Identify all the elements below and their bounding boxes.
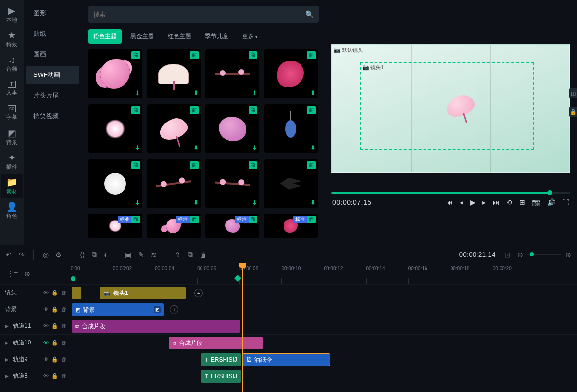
play-icon[interactable]: ▶ — [470, 198, 476, 206]
asset-thumb[interactable]: 商⬇ — [147, 49, 201, 98]
zoom-slider[interactable] — [527, 254, 561, 255]
search-box[interactable]: 🔍 — [88, 6, 319, 23]
visible-icon[interactable]: 👁 — [43, 306, 49, 313]
prev-frame-icon[interactable]: ◂ — [460, 198, 463, 206]
clip-camera-1[interactable]: 📷镜头1 — [100, 287, 186, 299]
download-icon[interactable]: ⬇ — [252, 199, 257, 206]
asset-thumb[interactable]: 商⬇ — [88, 104, 142, 153]
chevron-right-icon[interactable]: ▶ — [5, 323, 9, 329]
clip-compound[interactable]: ⧉合成片段 — [169, 337, 263, 349]
trash-icon[interactable]: 🗑 — [61, 290, 67, 296]
add-clip-button[interactable]: + — [170, 305, 178, 314]
split-icon[interactable]: ⫞ — [103, 251, 107, 259]
download-icon[interactable]: ⬇ — [252, 89, 257, 97]
loop-icon[interactable]: ⟲ — [506, 198, 512, 206]
start-marker[interactable] — [71, 276, 75, 281]
download-icon[interactable]: ⬇ — [135, 144, 140, 151]
search-input[interactable] — [93, 11, 314, 18]
category-intro[interactable]: 片头片尾 — [26, 86, 79, 105]
lock-icon[interactable]: 🔒 — [51, 373, 58, 379]
lock-icon[interactable]: 🔒 — [51, 290, 58, 296]
iconbar-subtitle[interactable]: cc字幕 — [1, 101, 23, 124]
timeline-menu-icon[interactable]: ⋮≡ — [7, 270, 18, 278]
crop-icon[interactable]: ⧉ — [92, 250, 97, 259]
download-icon[interactable]: ⬇ — [193, 199, 199, 206]
download-icon[interactable]: ⬇ — [135, 89, 140, 97]
fit-icon[interactable]: ⊡ — [504, 251, 510, 259]
skip-start-icon[interactable]: ⏮ — [446, 198, 453, 206]
iconbar-plugin[interactable]: ✦插件 — [1, 150, 23, 173]
preview-progress[interactable] — [331, 192, 570, 194]
iconbar-local[interactable]: ▶本地 — [1, 3, 23, 26]
tab-season[interactable]: 季节儿童 — [200, 29, 233, 44]
asset-thumb[interactable]: 商标准 — [147, 214, 201, 238]
edit-icon[interactable]: ✎ — [138, 251, 144, 259]
clip-umbrella[interactable]: 🖼油纸伞 — [242, 353, 330, 366]
visible-icon[interactable]: 👁 — [43, 356, 49, 363]
asset-thumb[interactable]: 商⬇ — [205, 159, 259, 208]
trash-icon[interactable]: 🗑 — [61, 356, 67, 363]
zoom-out-icon[interactable]: ⊖ — [517, 251, 523, 259]
skip-end-icon[interactable]: ⏭ — [493, 198, 500, 206]
zoom-in-icon[interactable]: ⊕ — [565, 251, 571, 259]
undo-icon[interactable]: ↶ — [6, 251, 12, 259]
asset-thumb[interactable]: 商⬇ — [205, 104, 259, 153]
clip-block[interactable] — [72, 287, 81, 299]
lock-icon[interactable]: 🔒 — [51, 306, 58, 313]
lock-icon[interactable]: 🔒 — [51, 356, 58, 363]
visible-icon[interactable]: 👁 — [43, 290, 49, 296]
add-track-icon[interactable]: ⊕ — [25, 270, 30, 278]
trash-icon[interactable]: 🗑 — [61, 373, 67, 379]
iconbar-audio[interactable]: ♫音频 — [1, 52, 23, 75]
clip-compound[interactable]: ⧉合成片段 — [72, 320, 240, 333]
asset-thumb[interactable]: 商标准 — [264, 214, 318, 238]
grid-icon[interactable]: ⊞ — [519, 198, 525, 206]
gear-icon[interactable]: ⚙ — [55, 251, 62, 259]
asset-thumb[interactable]: 商⬇ — [147, 159, 201, 208]
clip-text[interactable]: TERSHISIJ — [201, 370, 241, 383]
hidden-icon[interactable]: 👁 — [43, 340, 49, 346]
mark-icon[interactable]: ▣ — [125, 251, 131, 259]
iconbar-background[interactable]: ◩背景 — [1, 125, 23, 149]
tab-pink[interactable]: 粉色主题 — [88, 29, 122, 44]
asset-thumb[interactable]: 商⬇ — [88, 49, 142, 98]
asset-thumb[interactable]: 商⬇ — [147, 104, 201, 153]
category-stickers[interactable]: 贴纸 — [26, 24, 79, 43]
asset-thumb[interactable]: 商⬇ — [205, 49, 259, 98]
copy-icon[interactable]: ⧉ — [188, 250, 193, 259]
asset-thumb[interactable]: 商⬇ — [264, 159, 318, 208]
lock-icon[interactable]: 🔒 — [51, 340, 58, 346]
chevron-right-icon[interactable]: ▶ — [5, 340, 9, 345]
category-swf[interactable]: SWF动画 — [26, 66, 79, 84]
visible-icon[interactable]: 👁 — [43, 373, 49, 379]
chevron-right-icon[interactable]: ▶ — [5, 373, 9, 379]
fullscreen-icon[interactable]: ⛶ — [562, 198, 569, 206]
category-painting[interactable]: 国画 — [26, 45, 79, 64]
download-icon[interactable]: ⬇ — [310, 144, 316, 151]
trash-icon[interactable]: 🗑 — [200, 251, 206, 259]
trash-icon[interactable]: 🗑 — [61, 306, 67, 313]
category-shapes[interactable]: 图形 — [26, 4, 79, 23]
category-funny[interactable]: 搞笑视频 — [26, 107, 79, 125]
iconbar-text[interactable]: T文本 — [1, 76, 23, 100]
asset-thumb[interactable]: 商标准 — [205, 214, 259, 238]
bracket-icon[interactable]: ⟨⟩ — [80, 251, 85, 259]
trash-icon[interactable]: 🗑 — [61, 340, 67, 346]
tab-blackgold[interactable]: 黑金主题 — [125, 29, 159, 44]
volume-icon[interactable]: 🔊 — [547, 198, 555, 206]
iconbar-assets[interactable]: 📁素材 — [1, 174, 23, 198]
download-icon[interactable]: ⬇ — [310, 89, 316, 97]
next-frame-icon[interactable]: ▸ — [482, 198, 486, 206]
download-icon[interactable]: ⬇ — [135, 199, 140, 206]
iconbar-character[interactable]: 👤角色 — [1, 199, 23, 222]
time-ruler[interactable]: 0:0000:00:0200:00:0400:00:0600:00:0800:0… — [71, 264, 577, 284]
clip-background[interactable]: ◩背景◩ — [72, 303, 164, 316]
clip-text[interactable]: TERSHISIJ — [201, 353, 241, 366]
asset-thumb[interactable]: 商⬇ — [264, 104, 318, 153]
asset-thumb[interactable]: 商⬇ — [264, 49, 318, 98]
layers-icon[interactable]: ≋ — [151, 251, 157, 259]
playhead[interactable] — [242, 264, 243, 392]
asset-thumb[interactable]: 商⬇ — [88, 159, 142, 208]
snapshot-icon[interactable]: 📷 — [532, 198, 540, 206]
tab-more[interactable]: 更多▾ — [237, 29, 263, 44]
